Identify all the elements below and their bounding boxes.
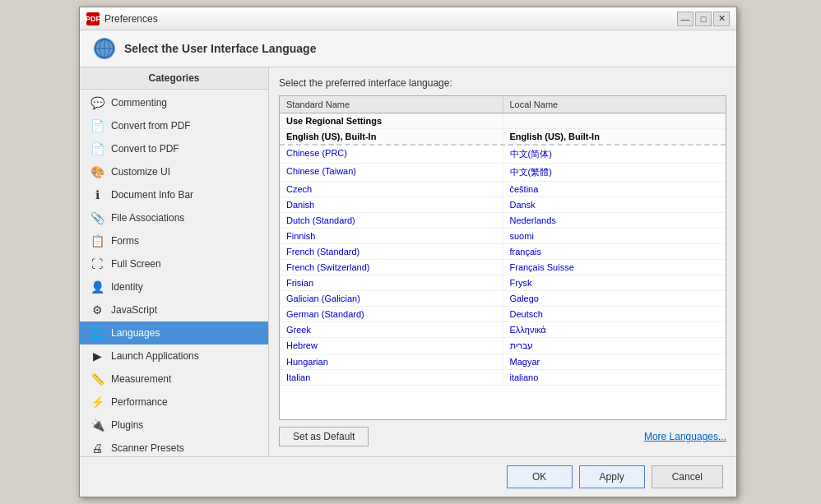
sidebar-label-commenting: Commenting <box>111 97 167 109</box>
sidebar-label-performance: Performance <box>111 396 168 408</box>
dialog-titlebar: PDF Preferences — □ ✕ <box>80 7 736 30</box>
sidebar-icon-javascript: ⚙ <box>90 303 104 317</box>
maximize-button[interactable]: □ <box>695 12 712 26</box>
table-row[interactable]: Hungarian Magyar <box>280 354 726 370</box>
sidebar-item-javascript[interactable]: ⚙ JavaScript <box>80 298 268 321</box>
sidebar-label-launch-applications: Launch Applications <box>111 350 199 362</box>
sidebar-item-launch-applications[interactable]: ▶ Launch Applications <box>80 344 268 368</box>
cancel-button[interactable]: Cancel <box>652 465 723 488</box>
table-row[interactable]: French (Switzerland) Français Suisse <box>280 260 726 275</box>
lang-local: Galego <box>503 291 726 306</box>
lang-std: English (US), Built-In <box>280 129 503 144</box>
table-row[interactable]: Danish Dansk <box>280 197 726 213</box>
sidebar-item-convert-from-pdf[interactable]: 📄 Convert from PDF <box>80 114 268 137</box>
sidebar-item-forms[interactable]: 📋 Forms <box>80 229 268 252</box>
table-row[interactable]: Use Regional Settings <box>280 113 726 129</box>
sidebar-label-languages: Languages <box>111 327 160 339</box>
sidebar-label-identity: Identity <box>111 281 143 293</box>
sidebar-label-convert-to-pdf: Convert to PDF <box>111 143 179 155</box>
sidebar-item-plugins[interactable]: 🔌 Plugins <box>80 414 268 437</box>
dialog-icon: PDF <box>86 12 100 25</box>
apply-button[interactable]: Apply <box>579 465 645 488</box>
pref-content: Categories 💬 Commenting 📄 Convert from P… <box>80 67 736 456</box>
table-row[interactable]: Greek Ελληνικά <box>280 322 726 338</box>
sidebar-label-convert-from-pdf: Convert from PDF <box>111 120 191 132</box>
sidebar-item-scanner-presets[interactable]: 🖨 Scanner Presets <box>80 437 268 456</box>
sidebar-item-commenting[interactable]: 💬 Commenting <box>80 91 268 114</box>
more-languages-link[interactable]: More Languages... <box>644 431 726 442</box>
minimize-button[interactable]: — <box>677 12 693 26</box>
close-button[interactable]: ✕ <box>713 12 730 26</box>
sidebar-item-identity[interactable]: 👤 Identity <box>80 275 268 298</box>
dialog-body: Select the User Interface Language Categ… <box>80 30 736 456</box>
table-row[interactable]: Chinese (Taiwan) 中文(繁體) <box>280 164 726 182</box>
lang-local: Frysk <box>503 275 726 290</box>
sidebar-label-full-screen: Full Screen <box>111 258 161 270</box>
lang-local: čeština <box>503 182 726 197</box>
language-table[interactable]: Standard Name Local Name Use Regional Se… <box>279 95 726 420</box>
table-row[interactable]: Dutch (Standard) Nederlands <box>280 213 726 229</box>
lang-std: Frisian <box>280 275 503 290</box>
table-row[interactable]: Galician (Galician) Galego <box>280 291 726 307</box>
sidebar-list[interactable]: 💬 Commenting 📄 Convert from PDF 📄 Conver… <box>80 90 268 456</box>
dialog-footer: OK Apply Cancel <box>80 456 736 497</box>
preferences-dialog: PDF Preferences — □ ✕ Select the User In… <box>79 7 737 497</box>
lang-local: Nederlands <box>503 213 726 228</box>
lang-std: Galician (Galician) <box>280 291 503 306</box>
sidebar-item-measurement[interactable]: 📏 Measurement <box>80 368 268 391</box>
lang-local: Deutsch <box>503 307 726 321</box>
sidebar-item-file-associations[interactable]: 📎 File Associations <box>80 206 268 229</box>
table-row[interactable]: Frisian Frysk <box>280 275 726 291</box>
sidebar-label-document-info-bar: Document Info Bar <box>111 189 193 201</box>
table-row[interactable]: Finnish suomi <box>280 229 726 244</box>
lang-local: Français Suisse <box>503 260 726 275</box>
sidebar-icon-forms: 📋 <box>90 234 104 248</box>
sidebar-icon-plugins: 🔌 <box>90 418 104 432</box>
table-row[interactable]: French (Standard) français <box>280 244 726 260</box>
panel-description: Select the preferred interface language: <box>279 77 726 89</box>
table-body[interactable]: Use Regional Settings English (US), Buil… <box>280 113 726 419</box>
lang-std: Chinese (Taiwan) <box>280 164 503 181</box>
sidebar-icon-launch-applications: ▶ <box>90 349 104 363</box>
sidebar-icon-convert-to-pdf: 📄 <box>90 141 104 156</box>
table-row[interactable]: English (US), Built-In English (US), Bui… <box>280 129 726 146</box>
lang-std: Hebrew <box>280 338 503 354</box>
sidebar-label-customize-ui: Customize UI <box>111 166 170 178</box>
sidebar-item-document-info-bar[interactable]: ℹ Document Info Bar <box>80 183 268 206</box>
lang-std: Hungarian <box>280 354 503 369</box>
lang-local: Dansk <box>503 197 726 212</box>
sidebar-label-measurement: Measurement <box>111 373 171 385</box>
sidebar-icon-identity: 👤 <box>90 280 104 294</box>
sidebar-icon-convert-from-pdf: 📄 <box>90 118 104 133</box>
table-row[interactable]: Chinese (PRC) 中文(简体) <box>280 146 726 164</box>
sidebar-icon-file-associations: 📎 <box>90 210 104 225</box>
table-header: Standard Name Local Name <box>280 96 726 113</box>
table-row[interactable]: Italian italiano <box>280 370 726 386</box>
sidebar-item-performance[interactable]: ⚡ Performance <box>80 391 268 414</box>
sidebar-icon-full-screen: ⛶ <box>90 257 104 271</box>
col-local-header: Local Name <box>503 96 726 113</box>
panel-actions: Set as Default More Languages... <box>279 427 726 446</box>
panel-title: Select the User Interface Language <box>124 42 316 55</box>
main-panel: Select the preferred interface language:… <box>269 67 736 456</box>
sidebar-item-full-screen[interactable]: ⛶ Full Screen <box>80 252 268 275</box>
lang-local: 中文(繁體) <box>503 164 726 181</box>
lang-std: Greek <box>280 322 503 337</box>
sidebar-icon-customize-ui: 🎨 <box>90 164 104 179</box>
lang-local: français <box>503 244 726 259</box>
ok-button[interactable]: OK <box>507 465 573 488</box>
lang-std: Use Regional Settings <box>280 113 503 128</box>
table-row[interactable]: Hebrew עברית <box>280 338 726 354</box>
sidebar-item-languages[interactable]: 🌐 Languages <box>80 321 268 344</box>
sidebar-item-convert-to-pdf[interactable]: 📄 Convert to PDF <box>80 137 268 160</box>
sidebar-icon-measurement: 📏 <box>90 372 104 386</box>
set-as-default-button[interactable]: Set as Default <box>279 427 369 446</box>
table-row[interactable]: Czech čeština <box>280 182 726 197</box>
sidebar: Categories 💬 Commenting 📄 Convert from P… <box>80 67 269 456</box>
lang-std: Czech <box>280 182 503 197</box>
lang-local: suomi <box>503 229 726 243</box>
sidebar-icon-commenting: 💬 <box>90 95 104 110</box>
sidebar-label-javascript: JavaScript <box>111 304 157 316</box>
table-row[interactable]: German (Standard) Deutsch <box>280 307 726 322</box>
sidebar-item-customize-ui[interactable]: 🎨 Customize UI <box>80 160 268 183</box>
